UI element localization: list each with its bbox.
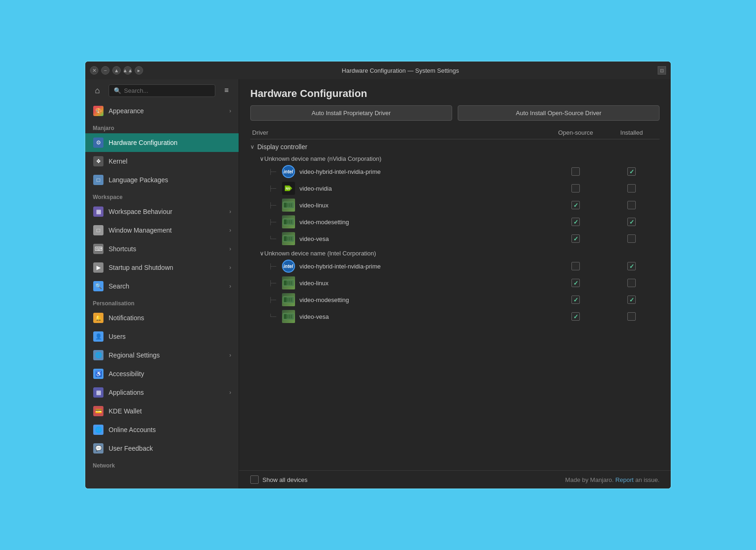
svg-rect-5: [291, 203, 292, 207]
auto-install-opensource-button[interactable]: Auto Install Open-Source Driver: [458, 105, 660, 121]
opensource-checkbox-cell: [548, 262, 604, 270]
svg-rect-12: [284, 236, 287, 241]
installed-checkbox[interactable]: [627, 312, 636, 321]
subsection-intel[interactable]: ∨ Unknown device name (Intel Corporation…: [250, 247, 660, 258]
sidebar-item-search[interactable]: 🔍 Search ›: [85, 277, 239, 296]
driver-name: video-vesa: [300, 235, 329, 242]
sidebar-item-appearance[interactable]: 🎨 Appearance ›: [85, 102, 239, 120]
installed-checkbox[interactable]: [627, 262, 636, 270]
subsection-label: Unknown device name (Intel Corporation): [264, 250, 376, 257]
search-icon: 🔍: [114, 87, 121, 94]
close-button[interactable]: ✕: [90, 66, 98, 75]
opensource-checkbox[interactable]: [571, 296, 580, 304]
opensource-checkbox[interactable]: [571, 234, 580, 243]
installed-checkbox-cell: [604, 262, 660, 270]
gpu-driver-icon: [282, 232, 295, 245]
svg-rect-24: [289, 298, 290, 302]
installed-checkbox[interactable]: [627, 167, 636, 176]
users-icon: 👤: [93, 331, 104, 342]
driver-row: ├─ video-linux: [250, 275, 660, 291]
report-link[interactable]: Report: [615, 476, 633, 483]
restore-button[interactable]: ⊡: [658, 66, 666, 75]
sidebar-item-label: Kernel: [109, 158, 231, 165]
show-all-devices-checkbox[interactable]: [250, 475, 259, 484]
language-packages-icon: □: [93, 174, 104, 186]
search-input[interactable]: [124, 87, 210, 94]
opensource-checkbox-cell: [548, 201, 604, 209]
installed-checkbox[interactable]: [627, 184, 636, 192]
footer-credit: Made by Manjaro. Report an issue.: [565, 476, 660, 483]
opensource-checkbox[interactable]: [571, 312, 580, 321]
home-button[interactable]: ⌂: [90, 83, 105, 98]
opensource-checkbox[interactable]: [571, 201, 580, 209]
sidebar-item-label: Startup and Shutdown: [109, 264, 225, 271]
sidebar-item-notifications[interactable]: 🔔 Notifications: [85, 309, 239, 327]
opensource-checkbox[interactable]: [571, 167, 580, 176]
sidebar-item-kernel[interactable]: ❖ Kernel: [85, 152, 239, 171]
window-management-icon: □: [93, 225, 104, 236]
sidebar-item-user-feedback[interactable]: 💬 User Feedback: [85, 439, 239, 458]
sidebar-item-label: Search: [109, 282, 225, 290]
hamburger-button[interactable]: ≡: [219, 83, 234, 98]
sidebar-item-label: Language Packages: [109, 176, 231, 184]
window-title: Hardware Configuration — System Settings: [143, 67, 658, 74]
window-controls: ✕ − ▲ ▲▲ ▸: [90, 66, 143, 75]
installed-checkbox[interactable]: [627, 234, 636, 243]
content-area: ⌂ 🔍 ≡ 🎨 Appearance › Manjar: [85, 79, 671, 488]
sidebar-item-users[interactable]: 👤 Users: [85, 327, 239, 346]
sidebar-item-label: Online Accounts: [109, 426, 231, 433]
opensource-checkbox[interactable]: [571, 279, 580, 287]
sidebar-item-shortcuts[interactable]: ⌨ Shortcuts ›: [85, 240, 239, 258]
sidebar-item-regional-settings[interactable]: 🌐 Regional Settings ›: [85, 346, 239, 364]
driver-row: ├─ video-linux: [250, 197, 660, 213]
sidebar-section-label-manjaro: Manjaro: [85, 120, 239, 133]
shade-button[interactable]: ▲▲: [124, 66, 132, 75]
workspace-behaviour-icon: ▦: [93, 206, 104, 217]
subsection-nvidia[interactable]: ∨ Unknown device name (nVidia Corporatio…: [250, 152, 660, 163]
opensource-checkbox-cell: [548, 234, 604, 243]
opensource-checkbox[interactable]: [571, 218, 580, 226]
sidebar-group-manjaro: Manjaro ⚙ Hardware Configuration ❖ Kerne…: [85, 120, 239, 189]
sidebar-item-label: Window Management: [109, 227, 225, 234]
table-header: Driver Open-source Installed: [250, 126, 660, 139]
header-driver: Driver: [250, 129, 548, 136]
installed-checkbox[interactable]: [627, 201, 636, 209]
sidebar-item-startup-shutdown[interactable]: ▶ Startup and Shutdown ›: [85, 258, 239, 277]
installed-checkbox[interactable]: [627, 279, 636, 287]
header-installed: Installed: [604, 129, 660, 136]
sidebar-item-online-accounts[interactable]: 🌐 Online Accounts: [85, 420, 239, 439]
svg-rect-30: [291, 315, 292, 318]
sidebar-item-language-packages[interactable]: □ Language Packages: [85, 171, 239, 189]
opensource-checkbox-cell: [548, 167, 604, 176]
sidebar-item-accessibility[interactable]: ♿ Accessibility: [85, 364, 239, 383]
minimize-button[interactable]: −: [101, 66, 110, 75]
svg-rect-25: [291, 298, 292, 302]
installed-checkbox[interactable]: [627, 296, 636, 304]
section-display-controller[interactable]: ∨ Display controller: [250, 139, 660, 152]
driver-name: video-hybrid-intel-nvidia-prime: [300, 168, 381, 175]
svg-rect-10: [291, 220, 292, 224]
show-all-devices-label[interactable]: Show all devices: [250, 475, 308, 484]
connector-line: ├─: [269, 219, 276, 225]
auto-install-proprietary-button[interactable]: Auto Install Proprietary Driver: [250, 105, 452, 121]
opensource-checkbox[interactable]: [571, 262, 580, 270]
connector-line: └─: [269, 236, 276, 241]
sidebar-item-window-management[interactable]: □ Window Management ›: [85, 221, 239, 240]
sidebar-item-workspace-behaviour[interactable]: ▦ Workspace Behaviour ›: [85, 202, 239, 221]
driver-name: video-modesetting: [300, 219, 349, 226]
sidebar-item-hardware-config[interactable]: ⚙ Hardware Configuration: [85, 133, 239, 152]
svg-rect-22: [284, 297, 287, 302]
sidebar-item-kde-wallet[interactable]: 💳 KDE Wallet: [85, 402, 239, 420]
header-opensource: Open-source: [548, 129, 604, 136]
main-footer: Show all devices Made by Manjaro. Report…: [239, 470, 671, 488]
driver-name-cell: ├─ video-linux: [269, 276, 548, 289]
action-buttons: Auto Install Proprietary Driver Auto Ins…: [239, 105, 671, 126]
menu-button[interactable]: ▸: [135, 66, 143, 75]
installed-checkbox-cell: [604, 234, 660, 243]
opensource-checkbox[interactable]: [571, 184, 580, 192]
roll-up-button[interactable]: ▲: [112, 66, 121, 75]
installed-checkbox[interactable]: [627, 218, 636, 226]
opensource-checkbox-cell: [548, 218, 604, 226]
sidebar-item-applications[interactable]: ▦ Applications ›: [85, 383, 239, 402]
search-box[interactable]: 🔍: [109, 84, 215, 97]
